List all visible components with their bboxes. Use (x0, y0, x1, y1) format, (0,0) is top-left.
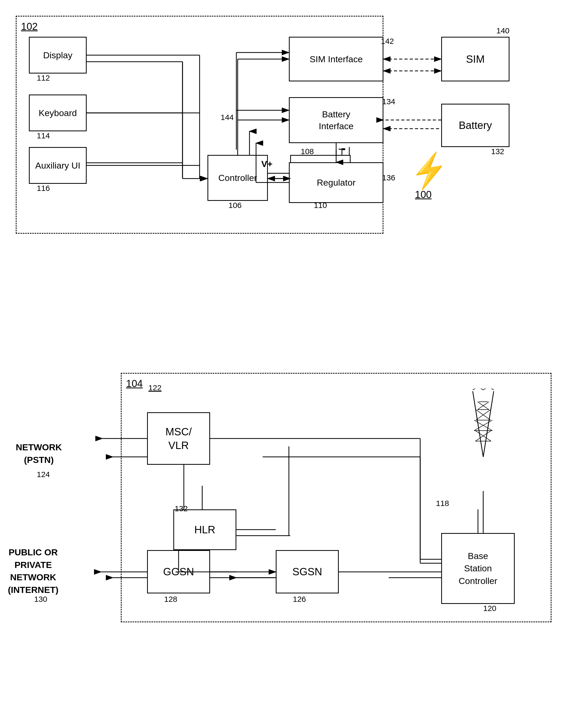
label-144: 144 (220, 113, 234, 122)
hlr-box: HLR (173, 510, 236, 550)
label-136: 136 (382, 173, 395, 182)
label-rf-108: 108 (301, 147, 314, 156)
sgsn-box: SGSN (276, 550, 339, 593)
cell-tower-icon (457, 388, 510, 462)
bsc-box: BaseStationController (441, 533, 515, 604)
public-private-label: PUBLIC ORPRIVATENETWORK(INTERNET) (8, 546, 58, 596)
diagram-container: 102 100 Display 112 Keyboard 114 Auxilia… (0, 0, 588, 710)
regulator-box: Regulator (289, 162, 383, 203)
label-128: 128 (164, 595, 177, 604)
ggsn-box: GGSN (147, 550, 210, 593)
label-142: 142 (381, 37, 394, 46)
controller-box: Controller (208, 155, 268, 201)
display-box: Display (29, 37, 87, 73)
label-114: 114 (37, 131, 50, 140)
network-pstn-label: NETWORK(PSTN) (16, 441, 62, 466)
label-112: 112 (37, 73, 50, 82)
label-132-top: 132 (491, 147, 504, 156)
sim-interface-box: SIM Interface (289, 37, 383, 81)
label-120: 120 (483, 604, 496, 613)
label-hlr-132: 132 (174, 504, 188, 513)
aux-ui-box: Auxiliary UI (29, 147, 87, 184)
label-130: 130 (34, 595, 47, 604)
sim-box: SIM (441, 37, 510, 81)
svg-line-41 (483, 391, 494, 457)
label-104: 104 (126, 378, 143, 389)
label-122: 122 (148, 383, 162, 392)
vplus-label: V+ (261, 159, 273, 169)
svg-line-40 (473, 391, 483, 457)
battery-box: Battery (441, 104, 510, 147)
lightning-icon: ⚡ (407, 149, 452, 192)
label-106: 106 (229, 201, 242, 210)
label-126: 126 (293, 595, 306, 604)
msc-vlr-box: MSC/VLR (147, 412, 210, 465)
label-140: 140 (496, 26, 510, 35)
battery-interface-box: BatteryInterface (289, 97, 383, 143)
label-118: 118 (436, 499, 449, 508)
label-134: 134 (382, 97, 395, 106)
label-124: 124 (37, 470, 50, 479)
label-116: 116 (37, 184, 50, 193)
label-102: 102 (21, 21, 38, 32)
keyboard-box: Keyboard (29, 95, 87, 131)
antenna-icon: ┮ (339, 143, 345, 155)
